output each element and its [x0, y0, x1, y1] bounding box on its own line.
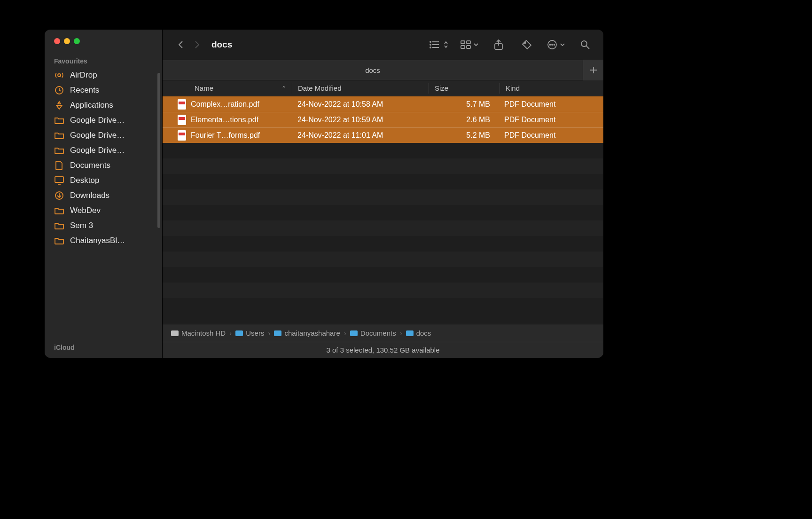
svg-rect-13: [467, 41, 470, 44]
column-header-name[interactable]: Name ⌃: [163, 84, 292, 92]
folder-icon: [54, 237, 64, 244]
list-icon: [429, 40, 440, 49]
sidebar-item-desktop[interactable]: Desktop: [45, 173, 162, 188]
search-button[interactable]: [577, 37, 593, 53]
disk-icon: [171, 330, 179, 336]
sidebar-item-webdev[interactable]: WebDev: [45, 203, 162, 218]
finder-window: Favourites AirDropRecentsApplicationsGoo…: [45, 30, 603, 358]
svg-point-20: [550, 44, 551, 45]
path-crumb[interactable]: chaitanyashahare: [274, 329, 340, 337]
svg-point-22: [554, 44, 555, 45]
window-title: docs: [211, 39, 232, 50]
svg-point-11: [430, 47, 431, 48]
file-date: 24-Nov-2022 at 10:58 AM: [292, 100, 428, 109]
path-crumb[interactable]: docs: [406, 329, 431, 337]
svg-point-21: [552, 44, 553, 45]
chevron-right-icon: ›: [344, 329, 346, 337]
folder-icon: [235, 330, 243, 336]
chevron-down-icon: [474, 42, 478, 47]
sidebar-item-label: Google Drive…: [70, 116, 125, 125]
sidebar-item-google-drive-[interactable]: Google Drive…: [45, 143, 162, 158]
back-button[interactable]: [173, 37, 189, 53]
pdf-file-icon: [178, 130, 186, 141]
file-row[interactable]: Fourier T…forms.pdf24-Nov-2022 at 11:01 …: [163, 127, 603, 143]
folder-icon: [274, 330, 281, 336]
sidebar-item-documents[interactable]: Documents: [45, 158, 162, 173]
tags-button[interactable]: [519, 37, 535, 53]
group-button[interactable]: [461, 37, 478, 53]
sidebar-item-google-drive-[interactable]: Google Drive…: [45, 113, 162, 128]
file-row[interactable]: Complex…ration.pdf24-Nov-2022 at 10:58 A…: [163, 96, 603, 112]
clock-icon: [54, 86, 64, 95]
search-icon: [580, 40, 590, 49]
column-header-date[interactable]: Date Modified: [292, 84, 429, 92]
sidebar-item-recents[interactable]: Recents: [45, 83, 162, 98]
sidebar-section-favourites: Favourites: [45, 57, 162, 68]
ellipsis-circle-icon: [547, 39, 557, 50]
sidebar-item-label: Google Drive…: [70, 131, 125, 140]
sidebar-item-label: AirDrop: [70, 71, 97, 80]
path-crumb[interactable]: Documents: [350, 329, 396, 337]
tag-icon: [522, 39, 532, 50]
column-label: Name: [195, 84, 213, 92]
file-name: Complex…ration.pdf: [191, 100, 259, 109]
file-row[interactable]: Elementa…tions.pdf24-Nov-2022 at 10:59 A…: [163, 112, 603, 127]
folder-icon: [350, 330, 358, 336]
sidebar-item-label: Desktop: [70, 176, 99, 185]
svg-rect-14: [461, 46, 465, 48]
grid-icon: [461, 40, 471, 49]
view-list-button[interactable]: [429, 37, 448, 53]
sidebar-item-downloads[interactable]: Downloads: [45, 188, 162, 203]
sidebar-item-google-drive-[interactable]: Google Drive…: [45, 128, 162, 143]
zoom-window-button[interactable]: [74, 38, 80, 44]
minimize-window-button[interactable]: [64, 38, 70, 44]
sidebar-item-label: Documents: [70, 161, 110, 170]
sidebar-item-sem-3[interactable]: Sem 3: [45, 218, 162, 233]
folder-icon: [54, 132, 64, 139]
toolbar-actions: [429, 37, 593, 53]
chevron-right-icon: ›: [268, 329, 270, 337]
svg-point-9: [430, 41, 431, 42]
empty-row: [163, 174, 603, 189]
tab-docs[interactable]: docs: [163, 66, 583, 74]
path-crumb[interactable]: Macintosh HD: [171, 329, 226, 337]
empty-row: [163, 236, 603, 252]
file-size: 5.7 MB: [428, 100, 499, 109]
svg-rect-2: [55, 177, 63, 182]
share-button[interactable]: [491, 37, 507, 53]
pdf-file-icon: [178, 99, 186, 110]
file-size: 5.2 MB: [428, 131, 499, 140]
crumb-label: chaitanyashahare: [284, 329, 340, 337]
column-header-size[interactable]: Size: [429, 84, 500, 92]
desktop-icon: [54, 176, 64, 185]
column-header-kind[interactable]: Kind: [500, 84, 603, 92]
sidebar-item-airdrop[interactable]: AirDrop: [45, 68, 162, 83]
sidebar-item-label: Recents: [70, 86, 99, 95]
svg-line-24: [586, 46, 589, 49]
toolbar: docs: [163, 30, 603, 60]
sidebar-scrollbar[interactable]: [157, 73, 160, 228]
new-tab-button[interactable]: [583, 60, 603, 80]
sort-ascending-icon: ⌃: [281, 85, 286, 92]
more-button[interactable]: [547, 37, 565, 53]
sidebar-item-label: Downloads: [70, 191, 109, 200]
sidebar-item-label: Sem 3: [70, 221, 93, 230]
airdrop-icon: [54, 71, 64, 80]
file-date: 24-Nov-2022 at 11:01 AM: [292, 131, 428, 140]
crumb-label: Users: [246, 329, 264, 337]
empty-row: [163, 205, 603, 220]
column-headers: Name ⌃ Date Modified Size Kind: [163, 80, 603, 96]
svg-point-18: [524, 42, 526, 44]
file-kind: PDF Document: [499, 131, 603, 140]
close-window-button[interactable]: [54, 38, 60, 44]
window-controls: [45, 38, 162, 44]
path-crumb[interactable]: Users: [235, 329, 264, 337]
file-list[interactable]: Complex…ration.pdf24-Nov-2022 at 10:58 A…: [163, 96, 603, 324]
sidebar-item-applications[interactable]: Applications: [45, 98, 162, 113]
sidebar-item-chaitanyasbl-[interactable]: ChaitanyasBl…: [45, 233, 162, 248]
crumb-label: Macintosh HD: [181, 329, 226, 337]
apps-icon: [54, 101, 64, 110]
sidebar-item-label: Google Drive…: [70, 146, 125, 155]
forward-button[interactable]: [189, 37, 205, 53]
chevron-left-icon: [178, 40, 184, 49]
